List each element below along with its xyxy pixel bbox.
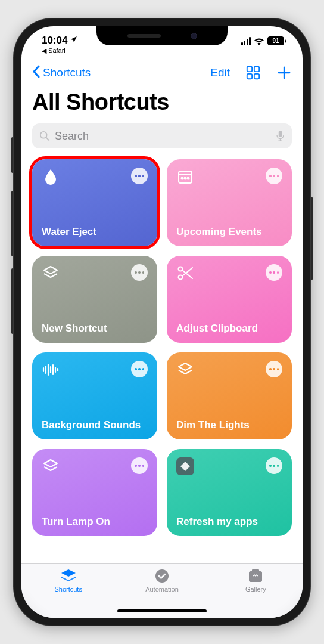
home-indicator[interactable] [117, 609, 207, 612]
battery-indicator: 91 [267, 36, 286, 45]
layers-icon [176, 361, 194, 379]
svg-rect-14 [252, 569, 259, 571]
shortcut-label: Turn Lamp On [42, 515, 148, 528]
tab-label: Shortcuts [54, 586, 82, 593]
refresh-app-icon [176, 457, 194, 475]
back-label: Shortcuts [43, 66, 91, 79]
shortcut-label: Water Eject [42, 225, 148, 238]
svg-rect-1 [254, 67, 259, 72]
shortcut-label: Background Sounds [42, 419, 148, 431]
shortcut-label: Refresh my apps [176, 515, 282, 528]
gallery-tab-icon [247, 568, 264, 584]
nav-bar: Shortcuts Edit [21, 57, 303, 88]
more-button[interactable] [266, 361, 282, 377]
shortcut-tile-background-sounds[interactable]: Background Sounds [32, 352, 157, 439]
microphone-icon[interactable] [276, 130, 285, 142]
content-area: All Shortcuts Water Eject [21, 88, 303, 563]
svg-rect-0 [247, 67, 252, 72]
shortcut-tile-refresh-apps[interactable]: Refresh my apps [167, 449, 292, 536]
shortcut-tile-new-shortcut[interactable]: New Shortcut [32, 256, 157, 343]
tab-bar: Shortcuts Automation Gallery [21, 563, 303, 618]
shortcut-tile-turn-lamp-on[interactable]: Turn Lamp On [32, 449, 157, 536]
svg-rect-3 [254, 74, 259, 79]
location-arrow-icon [70, 36, 77, 45]
more-button[interactable] [131, 168, 148, 184]
status-time: 10:04 [42, 35, 67, 47]
scissors-icon [176, 264, 194, 282]
automation-tab-icon [153, 568, 171, 584]
calendar-icon [176, 168, 194, 185]
chevron-left-icon [32, 64, 40, 81]
more-button[interactable] [266, 457, 282, 474]
search-icon [39, 131, 50, 141]
svg-point-7 [182, 178, 183, 179]
page-title: All Shortcuts [32, 89, 292, 115]
shortcut-label: Upcoming Events [176, 225, 282, 238]
svg-rect-2 [247, 74, 252, 79]
more-button[interactable] [266, 264, 282, 281]
shortcut-tile-water-eject[interactable]: Water Eject [32, 159, 157, 246]
wifi-icon [254, 37, 264, 45]
back-to-app[interactable]: ◀ Safari [42, 47, 77, 55]
tab-shortcuts[interactable]: Shortcuts [21, 568, 115, 618]
shortcut-label: Dim The Lights [176, 419, 282, 431]
cellular-signal-icon [241, 37, 251, 45]
more-button[interactable] [266, 168, 282, 184]
search-input[interactable] [55, 130, 271, 143]
notch [96, 26, 228, 45]
add-button[interactable] [276, 65, 292, 80]
svg-point-4 [40, 132, 47, 138]
screen: 10:04 ◀ Safari 91 [21, 26, 303, 618]
tab-label: Gallery [245, 586, 266, 593]
shortcuts-grid: Water Eject Upcoming Events [32, 159, 292, 536]
svg-point-12 [155, 569, 169, 583]
svg-point-9 [188, 178, 189, 179]
shortcut-tile-dim-lights[interactable]: Dim The Lights [167, 352, 292, 439]
more-button[interactable] [131, 361, 148, 377]
soundwave-icon [42, 361, 60, 379]
droplet-icon [42, 168, 60, 185]
grid-view-icon[interactable] [245, 65, 261, 80]
device-frame: 10:04 ◀ Safari 91 [13, 18, 311, 626]
search-bar[interactable] [32, 123, 292, 148]
more-button[interactable] [131, 264, 148, 281]
shortcut-tile-upcoming-events[interactable]: Upcoming Events [167, 159, 292, 246]
edit-button[interactable]: Edit [210, 66, 230, 79]
tab-label: Automation [145, 586, 179, 593]
more-button[interactable] [131, 457, 148, 474]
svg-point-8 [185, 178, 186, 179]
tab-gallery[interactable]: Gallery [209, 568, 303, 618]
svg-rect-5 [279, 131, 282, 137]
shortcuts-tab-icon [60, 568, 77, 584]
back-button[interactable]: Shortcuts [32, 64, 91, 81]
shortcut-label: Adjust Clipboard [176, 322, 282, 335]
shortcut-label: New Shortcut [42, 322, 148, 335]
layers-icon [42, 457, 60, 475]
shortcut-tile-adjust-clipboard[interactable]: Adjust Clipboard [167, 256, 292, 343]
layers-icon [42, 264, 60, 282]
